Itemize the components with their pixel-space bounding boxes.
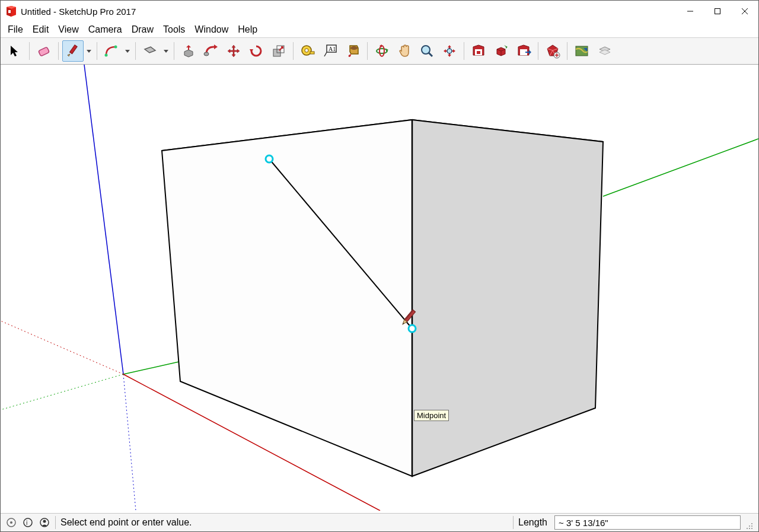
menu-help[interactable]: Help [233, 23, 262, 36]
menu-tools[interactable]: Tools [158, 23, 190, 36]
arc-tool[interactable] [101, 40, 122, 62]
paint-tool[interactable] [342, 40, 363, 62]
components-icon [493, 43, 509, 59]
arc-dropdown[interactable] [123, 41, 132, 61]
svg-point-51 [409, 325, 416, 332]
separator [55, 516, 56, 529]
svg-point-50 [266, 155, 273, 163]
chevron-down-icon [164, 50, 168, 53]
extension-manager-button[interactable] [542, 40, 563, 62]
svg-marker-32 [504, 45, 508, 49]
zoom-extents-tool[interactable] [439, 40, 460, 62]
separator [29, 42, 30, 60]
pushpull-tool[interactable] [178, 40, 199, 62]
viewport[interactable]: Midpoint [1, 65, 758, 514]
measurement-label: Length [518, 517, 550, 528]
svg-marker-47 [162, 120, 412, 476]
orbit-icon [374, 43, 390, 59]
rectangle-icon [142, 43, 158, 59]
resize-grip-icon[interactable] [745, 522, 754, 530]
svg-line-42 [1, 374, 123, 410]
svg-point-9 [105, 54, 108, 57]
separator [513, 516, 514, 529]
extension-warehouse-button[interactable] [513, 40, 534, 62]
shape-dropdown[interactable] [162, 41, 170, 61]
svg-point-58 [24, 518, 32, 527]
pencil-dropdown[interactable] [85, 41, 93, 61]
svg-marker-13 [250, 49, 253, 53]
scale-tool[interactable] [268, 40, 289, 62]
followme-tool[interactable] [200, 40, 222, 62]
tape-icon [300, 43, 315, 59]
separator [538, 42, 538, 60]
menu-camera[interactable]: Camera [84, 23, 127, 36]
window-title: Untitled - SketchUp Pro 2017 [21, 7, 136, 17]
close-button[interactable] [731, 2, 758, 21]
title-bar: Untitled - SketchUp Pro 2017 [1, 1, 758, 22]
pan-tool[interactable] [394, 40, 415, 62]
rotate-tool[interactable] [245, 40, 267, 62]
svg-point-10 [114, 46, 117, 49]
geo-icon [574, 43, 589, 59]
measurement-input[interactable] [554, 515, 741, 530]
shape-tool[interactable] [139, 40, 161, 62]
svg-point-17 [305, 49, 308, 52]
separator [293, 42, 294, 60]
svg-point-62 [751, 523, 752, 524]
menu-view[interactable]: View [53, 23, 83, 36]
svg-point-66 [749, 528, 750, 529]
profile-status-icon[interactable] [39, 517, 50, 528]
svg-point-61 [43, 520, 46, 523]
svg-marker-11 [214, 44, 218, 49]
orbit-tool[interactable] [371, 40, 393, 62]
zoom-tool[interactable] [416, 40, 438, 62]
move-icon [226, 43, 241, 59]
menu-draw[interactable]: Draw [127, 23, 158, 36]
cursor-icon [8, 44, 22, 58]
separator [135, 42, 136, 60]
menu-window[interactable]: Window [190, 23, 233, 36]
menu-edit[interactable]: Edit [28, 23, 54, 36]
move-tool[interactable] [223, 40, 244, 62]
rotate-icon [248, 43, 264, 59]
svg-point-65 [747, 528, 748, 529]
hand-icon [397, 43, 412, 59]
maximize-button[interactable] [704, 2, 731, 21]
credits-status-icon[interactable]: i [22, 517, 34, 528]
warehouse-icon [471, 43, 486, 59]
pencil-tool[interactable] [62, 40, 84, 62]
svg-marker-46 [412, 120, 603, 476]
eraser-icon [36, 43, 52, 59]
inference-tooltip: Midpoint [414, 410, 449, 421]
separator [174, 42, 174, 60]
eraser-tool[interactable] [33, 40, 55, 62]
scene-canvas [1, 65, 758, 511]
layers-icon [597, 43, 612, 59]
followme-icon [203, 43, 219, 59]
svg-line-38 [603, 139, 758, 196]
svg-text:i: i [26, 519, 27, 526]
minimize-button[interactable] [677, 2, 704, 21]
pushpull-icon [181, 43, 196, 59]
select-tool[interactable] [4, 40, 25, 62]
text-tool[interactable]: A1 [320, 40, 341, 62]
geolocation-button[interactable] [571, 40, 592, 62]
svg-point-64 [751, 525, 752, 527]
svg-rect-36 [576, 46, 588, 56]
zoom-extents-icon [442, 43, 457, 59]
svg-text:A1: A1 [329, 46, 336, 52]
components-button[interactable] [490, 40, 512, 62]
toolbar: A1 [1, 37, 758, 65]
menu-bar: File Edit View Camera Draw Tools Window … [1, 22, 758, 37]
svg-point-23 [377, 49, 387, 53]
svg-line-40 [123, 374, 136, 511]
tape-tool[interactable] [297, 40, 318, 62]
svg-line-39 [84, 65, 123, 374]
geo-status-icon[interactable] [5, 517, 17, 528]
separator [58, 42, 59, 60]
menu-file[interactable]: File [3, 23, 28, 36]
layers-button[interactable] [594, 40, 615, 62]
svg-point-67 [751, 528, 752, 529]
svg-line-28 [429, 53, 432, 56]
warehouse-button[interactable] [468, 40, 489, 62]
